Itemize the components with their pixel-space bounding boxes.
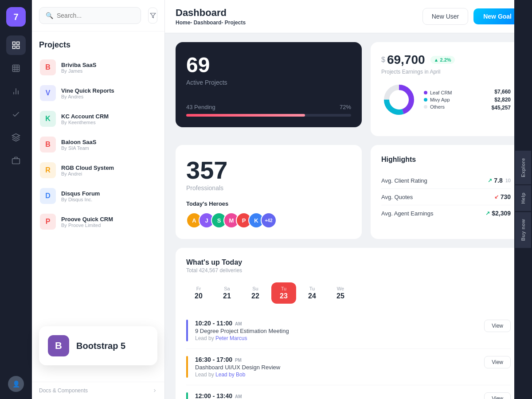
project-item[interactable]: B Baloon SaaS By SIA Team [35, 132, 161, 157]
legend-item: Mivy App [424, 97, 485, 102]
explore-tab[interactable]: Explore [515, 151, 531, 184]
filter-button[interactable] [148, 8, 157, 23]
event-item: 12:00 - 13:40 AM Marketing Campaign Disc… [186, 385, 511, 399]
day-item[interactable]: Tu 24 [300, 282, 325, 304]
search-input[interactable] [57, 12, 134, 19]
project-item[interactable]: K KC Account CRM By Keenthemes [35, 106, 161, 131]
header-actions: New User New Goal [422, 8, 521, 25]
day-label: Fr [196, 286, 201, 291]
project-info: Baloon SaaS By SIA Team [61, 139, 96, 151]
day-item[interactable]: Su 22 [243, 282, 268, 304]
legend-label: Leaf CRM [430, 90, 452, 95]
help-tab[interactable]: Help [515, 185, 531, 211]
nav-chart-icon[interactable] [6, 82, 26, 101]
nav-grid-icon[interactable] [6, 59, 26, 78]
grid-row-2: 357 Professionals Today's Heroes AJSMPK+… [176, 145, 521, 239]
project-logo: V [40, 85, 56, 101]
breadcrumb-home: Home- [176, 20, 192, 26]
heroes-avatars: AJSMPK+42 [186, 212, 351, 228]
svg-rect-13 [12, 159, 20, 164]
project-item[interactable]: V Vine Quick Reports By Andres [35, 81, 161, 106]
events-list: 10:20 - 11:00 AM 9 Degree Project Estima… [186, 313, 511, 399]
day-item[interactable]: We 25 [328, 282, 353, 304]
day-num: 23 [280, 292, 288, 300]
event-time: 10:20 - 11:00 AM [195, 320, 477, 327]
project-info: Proove Quick CRM By Proove Limited [61, 216, 113, 228]
trend-icon: ↙ [494, 194, 499, 200]
progress-pct: 72% [340, 104, 351, 110]
event-time-period: PM [235, 358, 242, 363]
event-lead-link[interactable]: Lead by Bob [215, 372, 245, 378]
day-label: Su [252, 286, 258, 291]
event-view-button[interactable]: View [484, 320, 511, 332]
side-tabs-panel: Explore Help Buy now [514, 0, 532, 399]
day-num: 25 [336, 292, 344, 300]
header-left: Dashboard Home- Dashboard- Projects [176, 7, 246, 26]
user-avatar[interactable]: 👤 [8, 376, 24, 392]
day-num: 20 [195, 292, 203, 300]
project-author: By Disqus Inc. [61, 197, 100, 202]
project-info: Briviba SaaS By James [61, 62, 97, 74]
active-projects-label: Active Projects [186, 79, 351, 86]
header: Dashboard Home- Dashboard- Projects New … [165, 0, 532, 33]
professionals-label: Professionals [186, 184, 351, 192]
svg-marker-14 [150, 13, 156, 18]
project-logo: P [40, 214, 56, 230]
project-author: By SIA Team [61, 145, 96, 151]
event-view-button[interactable]: View [484, 356, 511, 368]
project-logo: B [40, 137, 56, 153]
pending-count: 43 Pending [186, 104, 215, 110]
trend-icon: ↗ [485, 210, 490, 216]
search-box[interactable]: 🔍 [39, 7, 141, 24]
new-user-button[interactable]: New User [422, 8, 468, 25]
day-item[interactable]: Tu 23 [271, 282, 296, 304]
nav-user-badge[interactable]: 7 [6, 7, 26, 27]
earnings-val: $45,257 [492, 105, 511, 111]
svg-rect-0 [13, 42, 16, 45]
highlight-label: Avg. Client Rating [381, 177, 427, 184]
bootstrap-popup: B Bootstrap 5 [39, 326, 157, 365]
event-bar [186, 392, 188, 399]
buynow-tab[interactable]: Buy now [515, 212, 531, 248]
donut-section: Leaf CRMMivy AppOthers $7,660$2,820$45,2… [381, 82, 511, 117]
earnings-currency: $ [381, 56, 385, 64]
calendar-card: What's up Today Total 424,567 deliveries… [176, 248, 521, 399]
event-title: 9 Degree Project Estimation Meeting [195, 328, 477, 334]
event-bar [186, 356, 188, 378]
day-item[interactable]: Sa 21 [215, 282, 239, 304]
highlight-row: Avg. Agent Earnings ↗ $2,309 [381, 205, 511, 221]
sidebar-title: Projects [32, 31, 164, 55]
day-label: Tu [309, 286, 315, 291]
progress-fill [186, 114, 305, 117]
project-logo: D [40, 188, 56, 204]
highlight-label: Avg. Agent Earnings [381, 210, 434, 217]
project-item[interactable]: D Disqus Forum By Disqus Inc. [35, 184, 161, 208]
event-time-period: AM [235, 321, 242, 326]
project-info: KC Account CRM By Keenthemes [61, 113, 109, 125]
project-item[interactable]: P Proove Quick CRM By Proove Limited [35, 209, 161, 234]
nav-check-icon[interactable] [6, 105, 26, 124]
sidebar-footer[interactable]: Docs & Components [32, 382, 164, 399]
project-name: KC Account CRM [61, 113, 109, 120]
highlight-row: Avg. Client Rating ↗ 7.810 [381, 172, 511, 189]
project-item[interactable]: R RGB Cloud System By Andrei [35, 158, 161, 183]
legend-dot [424, 105, 427, 109]
earnings-badge: ▲ 2.2% [430, 56, 455, 64]
project-info: Disqus Forum By Disqus Inc. [61, 190, 100, 202]
sidebar: 🔍 Projects B Briviba SaaS By James V Vin… [32, 0, 165, 399]
svg-rect-4 [13, 65, 20, 72]
event-view-button[interactable]: View [484, 392, 511, 399]
project-item[interactable]: B Briviba SaaS By James [35, 55, 161, 80]
nav-dashboard-icon[interactable] [6, 35, 26, 55]
calendar-subtitle: Total 424,567 deliveries [186, 267, 242, 274]
earnings-val: $2,820 [492, 97, 511, 103]
event-lead-link[interactable]: Peter Marcus [215, 335, 247, 341]
event-bar [186, 320, 188, 341]
project-name: Disqus Forum [61, 190, 100, 197]
nav-briefcase-icon[interactable] [6, 151, 26, 170]
day-item[interactable]: Fr 20 [186, 282, 211, 304]
highlight-value: ↗ $2,309 [485, 210, 511, 217]
nav-layers-icon[interactable] [6, 128, 26, 147]
day-label: Tu [281, 286, 286, 291]
legend-label: Mivy App [430, 97, 450, 102]
